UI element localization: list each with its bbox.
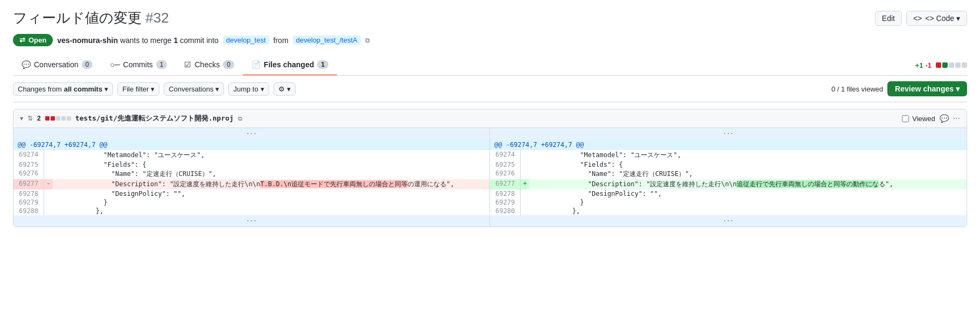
table-row: 69277 - "Description": "設定速度を維持した走行\n\nT… <box>13 179 489 189</box>
all-commits-label: all commits <box>64 85 103 93</box>
file-path: tests/git/先進運転システムソフト開発.nproj <box>75 114 234 123</box>
hunk-header-left: @@ -69274,7 +69274,7 @@ <box>13 139 489 150</box>
expand-icon: ⇅ <box>27 115 33 122</box>
target-branch-link[interactable]: develop_test <box>223 36 269 45</box>
hunk-header-right: @@ -69274,7 +69274,7 @@ <box>490 139 967 150</box>
mini-block-neutral-2 <box>61 116 66 121</box>
tabs-bar: 💬 Conversation 0 ○─ Commits 1 ☑ Checks 0… <box>13 55 967 76</box>
tab-files-changed[interactable]: 📄 Files changed 1 <box>243 55 337 75</box>
viewed-checkbox[interactable]: Viewed <box>902 115 935 123</box>
file-filter-label: File filter <box>122 85 149 93</box>
code-icon: <> <box>913 14 922 23</box>
comment-icon[interactable]: 💬 <box>940 114 949 123</box>
review-changes-button[interactable]: Review changes ▾ <box>887 81 967 96</box>
review-changes-label: Review changes <box>895 84 954 93</box>
tab-conversation-count: 0 <box>82 60 93 69</box>
mini-block-neutral-1 <box>56 116 60 121</box>
table-row: 69279 } <box>13 198 489 207</box>
table-row: 69277 + "Description": "設定速度を維持した走行\n\n追… <box>490 179 967 189</box>
tab-commits-label: Commits <box>123 60 153 69</box>
tab-checks[interactable]: ☑ Checks 0 <box>176 55 242 75</box>
diff-stat: +1 -1 <box>915 57 967 74</box>
diff-file: ▾ ⇅ 2 tests/git/先進運転システムソフト開発.nproj ⧉ Vi… <box>13 109 967 227</box>
copy-path-icon[interactable]: ⧉ <box>238 115 242 122</box>
conversations-button[interactable]: Conversations ▾ <box>164 82 224 96</box>
copy-branch-icon[interactable]: ⧉ <box>365 37 370 44</box>
status-badge: ⇄ Open <box>13 34 53 46</box>
file-filter-button[interactable]: File filter ▾ <box>117 82 159 96</box>
changes-from-label: Changes from <box>18 85 62 93</box>
chevron-down-icon: ▾ <box>261 85 264 93</box>
table-row: 69280 }, <box>13 207 489 215</box>
mini-block-del2 <box>51 116 55 121</box>
jump-to-button[interactable]: Jump to ▾ <box>228 82 269 96</box>
table-row: 69275 "Fields": { <box>490 160 967 169</box>
nav-row-bottom-right[interactable]: ··· <box>490 215 967 227</box>
diff-block-neutral-1 <box>949 62 954 68</box>
tab-commits-count: 1 <box>156 60 167 69</box>
table-row: 69278 "DesignPolicy": "", <box>490 189 967 198</box>
diff-count-label: 2 <box>37 115 41 122</box>
table-row: 69278 "DesignPolicy": "", <box>13 189 489 198</box>
diff-file-header: ▾ ⇅ 2 tests/git/先進運転システムソフト開発.nproj ⧉ Vi… <box>13 109 967 128</box>
tab-checks-label: Checks <box>194 60 220 69</box>
nav-row-top-right[interactable]: ··· <box>490 128 967 139</box>
changes-from-button[interactable]: Changes from all commits ▾ <box>13 82 113 96</box>
tab-conversation-label: Conversation <box>34 60 79 69</box>
nav-row-bottom-left[interactable]: ··· <box>13 215 489 227</box>
mini-block-del <box>45 116 50 121</box>
file-collapse-toggle[interactable]: ▾ <box>20 115 23 122</box>
edit-button[interactable]: Edit <box>875 11 902 26</box>
table-row: 69280 }, <box>490 207 967 215</box>
pr-title: フィールド値の変更 #32 <box>13 9 169 27</box>
gear-icon: ⚙ <box>278 85 285 93</box>
checks-icon: ☑ <box>184 60 191 69</box>
diff-mini-blocks <box>45 116 71 121</box>
diff-deletions: -1 <box>925 61 932 69</box>
code-label: <> Code <box>925 14 954 23</box>
tab-checks-count: 0 <box>223 60 234 69</box>
diff-blocks <box>936 62 967 68</box>
table-row: 69275 "Fields": { <box>13 160 489 169</box>
commits-icon: ○─ <box>110 60 120 69</box>
table-row: 69274 "Metamodel": "ユースケース", <box>490 150 967 160</box>
files-changed-icon: 📄 <box>251 60 261 69</box>
viewed-label: Viewed <box>912 115 935 123</box>
diff-block-neutral-2 <box>955 62 961 68</box>
table-row: 69276 "Name": "定速走行（CRUISE）", <box>13 169 489 179</box>
diff-block-neutral-3 <box>962 62 967 68</box>
table-row: 69276 "Name": "定速走行（CRUISE）", <box>490 169 967 179</box>
table-row: 69274 "Metamodel": "ユースケース", <box>13 150 489 160</box>
toolbar: Changes from all commits ▾ File filter ▾… <box>13 76 967 102</box>
diff-block-add <box>942 62 948 68</box>
status-text: Open <box>29 36 46 44</box>
more-options-icon[interactable]: ··· <box>953 114 960 123</box>
chevron-down-icon: ▾ <box>956 84 960 93</box>
jump-to-label: Jump to <box>233 85 258 93</box>
pr-meta: ⇄ Open ves-nomura-shin wants to merge 1 … <box>13 34 967 46</box>
code-button[interactable]: <> <> Code ▾ <box>906 11 967 26</box>
tab-commits[interactable]: ○─ Commits 1 <box>101 55 176 75</box>
diff-right-panel: ··· @@ -69274,7 +69274,7 @@ 69274 "Metam… <box>490 128 967 227</box>
tab-conversation[interactable]: 💬 Conversation 0 <box>13 55 101 75</box>
viewed-checkbox-input[interactable] <box>902 115 909 122</box>
diff-additions: +1 <box>915 61 923 69</box>
settings-button[interactable]: ⚙ ▾ <box>274 82 296 96</box>
merge-icon: ⇄ <box>19 36 25 44</box>
nav-row-top-left[interactable]: ··· <box>13 128 489 139</box>
header-actions: Edit <> <> Code ▾ <box>875 11 967 26</box>
pr-number: #32 <box>145 10 169 26</box>
pr-title-text: フィールド値の変更 <box>13 10 142 26</box>
diff-right-table: ··· @@ -69274,7 +69274,7 @@ 69274 "Metam… <box>490 128 967 227</box>
chevron-down-icon: ▾ <box>956 14 960 23</box>
split-diff: ··· @@ -69274,7 +69274,7 @@ 69274 "Metam… <box>13 128 967 227</box>
tab-files-changed-count: 1 <box>317 60 328 69</box>
table-row: 69279 } <box>490 198 967 207</box>
files-viewed-text: 0 / 1 files viewed <box>831 85 883 93</box>
chevron-down-icon: ▾ <box>151 85 155 93</box>
diff-block-del <box>936 62 941 68</box>
mini-block-neutral-3 <box>67 116 71 121</box>
tab-files-changed-label: Files changed <box>264 60 314 69</box>
chevron-down-icon: ▾ <box>104 85 108 93</box>
source-branch-link[interactable]: develop_test_/testA <box>293 36 361 45</box>
